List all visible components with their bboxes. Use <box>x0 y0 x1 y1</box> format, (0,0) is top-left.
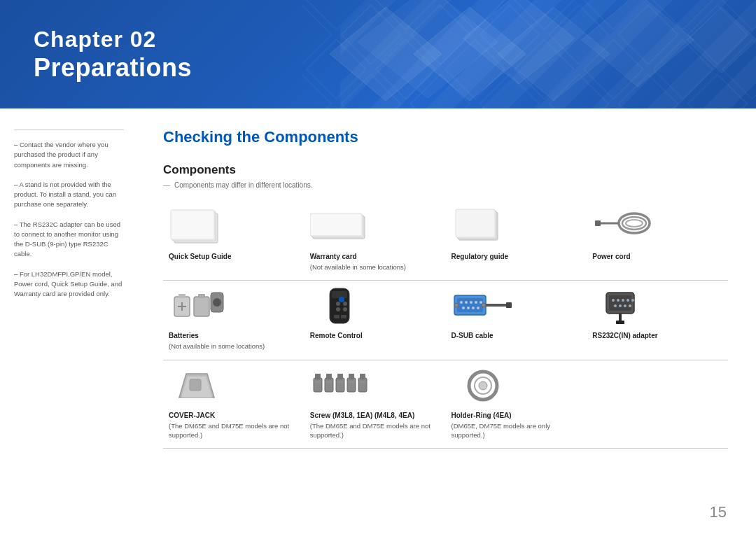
svg-point-49 <box>467 307 470 309</box>
component-regulatory-guide: Regulatory guide <box>446 202 587 281</box>
content-area: Checking the Components Components Compo… <box>136 108 756 534</box>
dsub-cable-icon <box>451 287 514 325</box>
quick-setup-guide-icon <box>169 208 232 246</box>
component-quick-setup-guide: Quick Setup Guide <box>163 202 304 281</box>
svg-rect-71 <box>190 379 201 391</box>
svg-rect-12 <box>171 210 214 239</box>
svg-point-47 <box>479 301 482 304</box>
svg-point-64 <box>619 304 622 307</box>
svg-point-63 <box>614 304 617 307</box>
component-warranty-card: Warranty card (Not available in some loc… <box>304 202 446 281</box>
warranty-card-img <box>310 207 438 246</box>
svg-point-44 <box>465 301 468 304</box>
power-cord-label: Power cord <box>592 252 630 262</box>
rs232c-adapter-img <box>592 286 720 325</box>
svg-rect-39 <box>334 315 340 318</box>
svg-point-38 <box>339 297 344 302</box>
components-note: Components may differ in different locat… <box>163 181 728 189</box>
regulatory-guide-label: Regulatory guide <box>451 252 509 262</box>
batteries-sublabel: (Not available in some locations) <box>169 342 265 351</box>
remote-control-icon <box>310 287 373 325</box>
sidebar-note-3: – The RS232C adapter can be used to conn… <box>14 220 124 260</box>
svg-rect-42 <box>457 298 483 312</box>
holder-ring-label: Holder-Ring (4EA) <box>451 411 512 421</box>
power-cord-img <box>592 207 720 246</box>
svg-point-51 <box>477 307 479 309</box>
sidebar: – Contact the vendor where you purchased… <box>0 108 136 534</box>
svg-rect-28 <box>194 297 209 316</box>
batteries-icon <box>169 287 232 325</box>
svg-rect-72 <box>314 378 322 392</box>
svg-rect-18 <box>456 209 495 237</box>
svg-point-59 <box>617 299 620 302</box>
header: Chapter 02 Preparations <box>0 0 756 108</box>
svg-point-62 <box>631 299 634 302</box>
svg-point-50 <box>472 307 475 309</box>
screw-sublabel: (The DM65E and DM75E models are not supp… <box>310 421 438 440</box>
svg-rect-85 <box>360 374 365 379</box>
batteries-img <box>169 286 296 325</box>
main-content: – Contact the vendor where you purchased… <box>0 108 756 534</box>
svg-rect-76 <box>326 374 332 379</box>
header-decoration <box>302 0 756 108</box>
svg-point-46 <box>475 301 477 304</box>
component-screw: Screw (M3L8, 1EA) (M4L8, 4EA) (The DM65E… <box>304 360 446 449</box>
cover-jack-img <box>169 366 296 405</box>
svg-point-45 <box>470 301 472 304</box>
screw-label: Screw (M3L8, 1EA) (M4L8, 4EA) <box>310 411 414 421</box>
component-remote-control: Remote Control <box>304 281 446 360</box>
svg-point-58 <box>612 299 615 302</box>
svg-rect-55 <box>506 302 512 308</box>
svg-rect-68 <box>616 321 624 324</box>
svg-rect-33 <box>332 291 347 298</box>
svg-point-48 <box>462 307 465 309</box>
cover-jack-icon <box>169 367 232 405</box>
regulatory-guide-icon <box>451 208 514 246</box>
holder-ring-sublabel: (DM65E, DM75E models are only supported.… <box>451 421 579 440</box>
rs232c-adapter-icon <box>592 287 655 325</box>
sidebar-note-2: – A stand is not provided with the produ… <box>14 180 124 210</box>
svg-point-61 <box>626 299 629 302</box>
remote-control-label: Remote Control <box>310 331 363 341</box>
svg-point-53 <box>482 303 486 307</box>
screw-icon <box>310 367 373 405</box>
subtitle: Preparations <box>34 53 192 83</box>
quick-setup-guide-img <box>169 207 296 246</box>
svg-rect-23 <box>595 220 601 226</box>
svg-point-37 <box>343 307 347 311</box>
svg-rect-78 <box>336 378 344 392</box>
remote-control-img <box>310 286 438 325</box>
svg-rect-29 <box>198 294 205 298</box>
svg-point-89 <box>479 381 487 390</box>
batteries-label: Batteries <box>169 331 199 341</box>
regulatory-guide-img <box>451 207 579 246</box>
svg-rect-40 <box>341 315 346 318</box>
sidebar-note-1: – Contact the vendor where you purchased… <box>14 140 124 170</box>
svg-rect-82 <box>349 374 354 379</box>
svg-point-52 <box>454 303 458 307</box>
svg-point-21 <box>626 220 643 227</box>
holder-ring-icon <box>451 367 514 405</box>
warranty-card-icon <box>310 208 373 246</box>
quick-setup-guide-label: Quick Setup Guide <box>169 252 231 262</box>
chapter-label: Chapter 02 <box>34 26 192 52</box>
svg-point-34 <box>336 302 340 306</box>
cover-jack-sublabel: (The DM65E and DM75E models are not supp… <box>169 421 296 440</box>
rs232c-adapter-label: RS232C(IN) adapter <box>592 331 657 341</box>
svg-rect-84 <box>358 378 367 392</box>
svg-rect-79 <box>337 374 343 379</box>
component-cover-jack: COVER-JACK (The DM65E and DM75E models a… <box>163 360 304 449</box>
dsub-cable-img <box>451 286 579 325</box>
warranty-card-sublabel: (Not available in some locations) <box>310 262 406 272</box>
section-title: Checking the Components <box>163 128 728 146</box>
screw-img <box>310 366 438 405</box>
svg-point-36 <box>336 307 340 311</box>
dsub-cable-label: D-SUB cable <box>451 331 493 341</box>
svg-rect-75 <box>325 378 333 392</box>
svg-point-43 <box>460 301 463 304</box>
sidebar-divider <box>14 129 124 130</box>
svg-point-66 <box>629 304 631 307</box>
sidebar-note-4: – For LH32DMFPI,GP/EN model, Power cord,… <box>14 269 124 300</box>
svg-rect-15 <box>310 213 362 236</box>
component-dsub-cable: D-SUB cable <box>446 281 587 360</box>
